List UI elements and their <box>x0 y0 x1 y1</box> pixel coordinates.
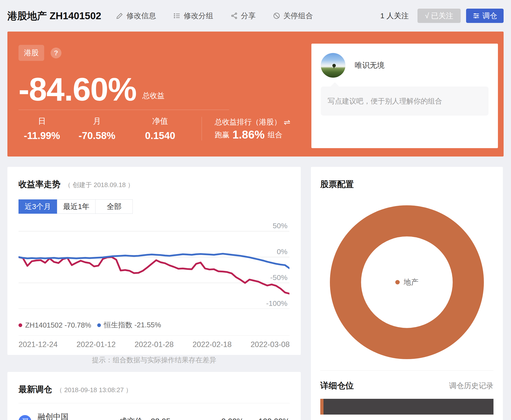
position-row-accent <box>320 399 323 415</box>
positions-title: 详细仓位 <box>320 380 354 391</box>
rank-suffix: 组合 <box>267 130 282 140</box>
stat-month-value: -70.58% <box>65 130 129 141</box>
hero-summary: 港股 ? -84.60% 总收益 日 -11.99% 月 -70.58% 净值 … <box>7 32 504 157</box>
edit-group-button[interactable]: 修改分组 <box>173 11 213 21</box>
x-axis-tick: 2022-01-12 <box>76 340 116 349</box>
latest-title: 最新调仓 <box>19 384 52 395</box>
donut-chart: 地产 <box>329 204 485 360</box>
stat-day-label: 日 <box>19 116 65 127</box>
stats-divider <box>202 117 202 140</box>
x-axis-labels: 2021-12-242022-01-122022-01-282022-02-18… <box>19 340 290 349</box>
chart-legend: ZH1401502 -70.78% 恒生指数 -21.55% <box>19 320 290 330</box>
sector-legend-label: 地产 <box>404 277 418 287</box>
trade-price-label: 成交价： <box>119 417 151 420</box>
range-tabs: 近3个月 最近1年 全部 <box>19 199 290 214</box>
trade-weight-change: 0.00% → 100.00% <box>221 417 290 420</box>
rank-value-row: 跑赢 1.86% 组合 <box>215 130 290 140</box>
rank-block: 总收益排行（港股） ⇌ 跑赢 1.86% 组合 <box>215 117 290 140</box>
header-right: 1 人关注 √ 已关注 调仓 <box>380 9 504 23</box>
stat-nav: 净值 0.1540 <box>129 116 192 141</box>
portfolio-legend-label: ZH1401502 -70.78% <box>25 321 91 329</box>
stat-day: 日 -11.99% <box>19 116 65 141</box>
buy-badge: 买 <box>19 415 31 420</box>
tab-3months[interactable]: 近3个月 <box>19 199 57 214</box>
comment-box <box>321 87 489 116</box>
stop-portfolio-button[interactable]: 关停组合 <box>273 11 313 21</box>
trade-stock-name[interactable]: 融创中国 <box>38 412 119 420</box>
allocation-divider <box>320 370 493 371</box>
tab-all[interactable]: 全部 <box>95 199 133 214</box>
line-chart: 50%0%-50%-100% <box>19 220 289 309</box>
x-axis-tick: 2022-02-18 <box>192 340 232 349</box>
chart-axis-divider <box>19 335 290 336</box>
share-button[interactable]: 分享 <box>230 11 256 21</box>
portfolio-page: 港股地产 ZH1401502 修改信息 修改分组 分享 关停组合 1 人关注 √… <box>0 0 511 420</box>
header: 港股地产 ZH1401502 修改信息 修改分组 分享 关停组合 1 人关注 √… <box>7 0 504 32</box>
rank-prefix: 跑赢 <box>215 130 229 140</box>
share-label: 分享 <box>241 11 256 21</box>
line-chart-svg: 50%0%-50%-100% <box>19 220 289 309</box>
sector-legend-dot <box>395 280 400 284</box>
chart-note: 提示：组合数据与实际操作结果存在差异 <box>19 355 290 365</box>
owner-card: 唯识无境 <box>311 44 498 148</box>
total-return-value: -84.60% <box>19 71 136 107</box>
positions-head: 详细仓位 调仓历史记录 <box>320 380 493 391</box>
avatar-tree-trunk <box>334 66 334 68</box>
followers-count: 1 人关注 <box>380 11 409 21</box>
trade-row[interactable]: 买 融创中国 01918 成交价：23.95 0.00% → 100.00% <box>19 412 290 420</box>
ban-icon <box>273 12 280 19</box>
x-axis-tick: 2022-01-28 <box>134 340 174 349</box>
comment-input[interactable] <box>321 87 489 116</box>
list-icon <box>173 12 181 19</box>
arrow-right-icon: → <box>247 417 255 420</box>
right-column: 股票配置 地产 详细仓位 调仓历史记录 <box>311 167 503 420</box>
owner-name[interactable]: 唯识无境 <box>355 60 384 70</box>
stat-day-value: -11.99% <box>19 130 65 141</box>
stat-nav-value: 0.1540 <box>129 130 192 141</box>
stat-nav-label: 净值 <box>129 116 192 127</box>
sliders-icon <box>473 12 480 19</box>
stat-month: 月 -70.58% <box>65 116 129 141</box>
rebalance-button[interactable]: 调仓 <box>466 9 504 23</box>
benchmark-legend-dot <box>97 323 101 327</box>
edit-info-button[interactable]: 修改信息 <box>116 11 156 21</box>
donut-center-legend: 地产 <box>329 204 485 360</box>
header-actions: 修改信息 修改分组 分享 关停组合 <box>116 11 330 21</box>
trade-from-pct: 0.00% <box>221 417 244 420</box>
stop-portfolio-label: 关停组合 <box>283 11 313 21</box>
tab-1year[interactable]: 最近1年 <box>57 199 96 214</box>
svg-text:-100%: -100% <box>266 299 287 307</box>
trend-card: 收益率走势 （ 创建于 2018.09.18 ） 近3个月 最近1年 全部 50… <box>7 167 301 355</box>
edit-info-label: 修改信息 <box>126 11 156 21</box>
swap-icon[interactable]: ⇌ <box>284 118 290 127</box>
page-title: 港股地产 ZH1401502 <box>7 9 101 23</box>
trade-price: 成交价：23.95 <box>119 416 208 420</box>
latest-card-head: 最新调仓 （ 2018-09-18 13:08:27 ） <box>19 384 290 395</box>
allocation-card-head: 股票配置 <box>320 179 493 190</box>
x-axis-tick: 2022-03-08 <box>250 340 290 349</box>
edit-group-label: 修改分组 <box>184 11 213 21</box>
rank-title-row: 总收益排行（港股） ⇌ <box>215 117 290 127</box>
position-row[interactable] <box>320 399 493 415</box>
help-icon[interactable]: ? <box>51 48 61 58</box>
latest-subtitle: （ 2018-09-18 13:08:27 ） <box>56 386 132 394</box>
x-axis-tick: 2021-12-24 <box>19 340 58 349</box>
rank-value: 1.86% <box>232 130 265 140</box>
main-content: 收益率走势 （ 创建于 2018.09.18 ） 近3个月 最近1年 全部 50… <box>7 167 504 420</box>
stat-month-label: 月 <box>65 116 129 127</box>
pencil-icon <box>116 12 123 19</box>
owner-row: 唯识无境 <box>321 53 489 78</box>
allocation-card: 股票配置 地产 详细仓位 调仓历史记录 <box>311 167 503 420</box>
trend-subtitle: （ 创建于 2018.09.18 ） <box>64 181 134 189</box>
rebalance-history-link[interactable]: 调仓历史记录 <box>449 381 493 391</box>
portfolio-legend-dot <box>19 323 22 327</box>
legend-portfolio: ZH1401502 -70.78% <box>19 321 91 329</box>
followed-button[interactable]: √ 已关注 <box>417 9 461 23</box>
trade-name-block: 融创中国 01918 <box>38 412 119 420</box>
market-badge: 港股 <box>19 45 44 61</box>
avatar[interactable] <box>321 53 345 78</box>
rank-title: 总收益排行（港股） <box>215 117 281 127</box>
hero-divider <box>19 110 229 110</box>
left-column: 收益率走势 （ 创建于 2018.09.18 ） 近3个月 最近1年 全部 50… <box>7 167 301 420</box>
svg-text:0%: 0% <box>277 247 287 256</box>
